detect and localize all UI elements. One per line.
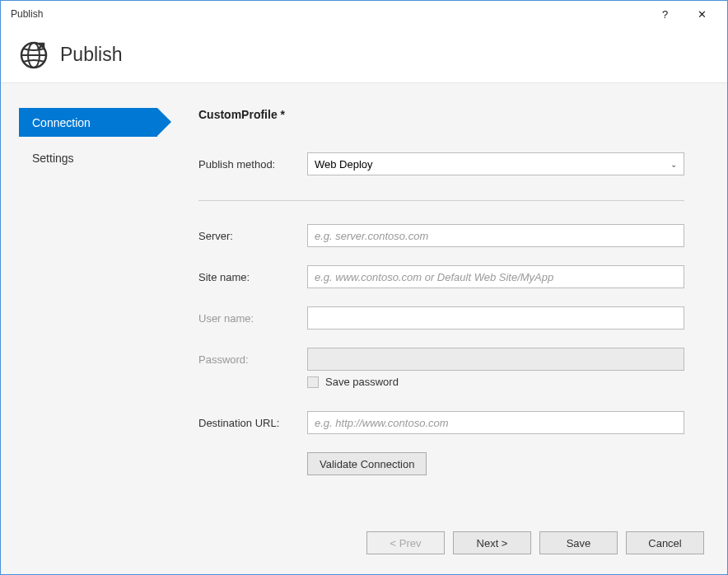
sidebar-item-label: Settings: [32, 152, 74, 165]
row-server: Server:: [198, 224, 684, 247]
help-button[interactable]: ?: [646, 2, 684, 26]
header-title: Publish: [60, 44, 122, 66]
chevron-down-icon: ⌄: [670, 160, 677, 169]
label-password: Password:: [198, 353, 307, 366]
publish-method-value: Web Deploy: [315, 158, 373, 171]
publish-dialog: Publish ? ✕ Publish Connection: [0, 0, 728, 575]
label-destination-url: Destination URL:: [198, 417, 307, 429]
label-publish-method: Publish method:: [198, 158, 307, 171]
row-publish-method: Publish method: Web Deploy ⌄: [198, 152, 684, 175]
form-area: CustomProfile * Publish method: Web Depl…: [166, 108, 727, 517]
cancel-button[interactable]: Cancel: [626, 531, 704, 554]
sidebar-item-label: Connection: [32, 116, 91, 129]
sidebar-item-connection[interactable]: Connection: [19, 108, 157, 137]
label-server: Server:: [198, 230, 307, 242]
help-icon: ?: [662, 8, 668, 21]
sidebar-item-settings[interactable]: Settings: [19, 143, 157, 172]
close-icon: ✕: [698, 8, 707, 21]
title-bar: Publish ? ✕: [1, 1, 727, 27]
label-save-password: Save password: [325, 376, 399, 388]
next-button[interactable]: Next >: [453, 531, 531, 554]
password-input[interactable]: [307, 348, 684, 371]
dialog-header: Publish: [1, 27, 727, 83]
sidebar: Connection Settings: [1, 108, 166, 517]
site-name-input[interactable]: [307, 265, 684, 288]
content-area: Connection Settings CustomProfile * Publ…: [1, 83, 727, 574]
row-validate: Validate Connection: [307, 452, 684, 475]
publish-method-select[interactable]: Web Deploy ⌄: [307, 152, 684, 175]
row-user-name: User name:: [198, 306, 684, 330]
save-password-checkbox[interactable]: [307, 376, 319, 388]
footer-buttons: < Prev Next > Save Cancel: [1, 517, 727, 574]
prev-button: < Prev: [366, 531, 445, 554]
globe-publish-icon: [19, 40, 49, 70]
save-button[interactable]: Save: [539, 531, 618, 554]
main-area: Connection Settings CustomProfile * Publ…: [1, 83, 727, 517]
row-password: Password:: [198, 348, 684, 371]
user-name-input[interactable]: [307, 306, 684, 330]
window-title: Publish: [11, 8, 646, 20]
row-destination-url: Destination URL:: [198, 411, 684, 434]
server-input[interactable]: [307, 224, 684, 247]
row-site-name: Site name:: [198, 265, 684, 288]
section-divider: [198, 200, 684, 201]
label-site-name: Site name:: [198, 271, 307, 283]
destination-url-input[interactable]: [307, 411, 684, 434]
row-save-password: Save password: [307, 376, 684, 388]
validate-connection-button[interactable]: Validate Connection: [307, 452, 427, 475]
close-button[interactable]: ✕: [684, 2, 721, 26]
label-user-name: User name:: [198, 312, 307, 325]
profile-title: CustomProfile *: [198, 108, 684, 121]
